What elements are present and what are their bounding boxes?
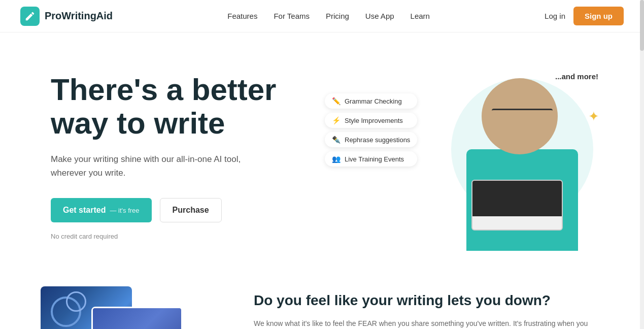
person-glasses — [492, 109, 553, 119]
person-laptop — [471, 180, 563, 231]
scrollbar-thumb[interactable] — [640, 0, 644, 51]
signup-button[interactable]: Sign up — [573, 7, 624, 25]
get-started-button[interactable]: Get started — it's free — [51, 198, 152, 222]
style-icon: ⚡ — [332, 116, 341, 124]
hero-subtitle: Make your writing shine with our all-in-… — [51, 152, 254, 180]
hero-buttons: Get started — it's free Purchase — [51, 198, 335, 222]
chip-grammar: ✏️ Grammar Checking — [325, 93, 417, 109]
logo-link[interactable]: ProWritingAid — [20, 7, 113, 26]
screenshot-area: My idea in my head — [41, 286, 213, 329]
rephrase-icon: ✒️ — [332, 136, 341, 144]
second-section-title: Do you feel like your writing lets you d… — [254, 291, 593, 310]
overlay-content — [93, 308, 181, 329]
and-more-text: ...and more! — [555, 72, 598, 81]
swirl-2 — [66, 291, 86, 312]
logo-text: ProWritingAid — [45, 10, 113, 22]
screenshot-overlay — [91, 307, 183, 329]
second-section: My idea in my head Do you feel like your… — [0, 276, 644, 329]
training-icon: 👥 — [332, 155, 341, 163]
nav-pricing[interactable]: Pricing — [326, 12, 349, 20]
chip-style: ⚡ Style Improvements — [325, 113, 417, 128]
second-section-body: We know what it's like to feel the FEAR … — [254, 318, 593, 329]
logo-icon — [20, 7, 40, 26]
chip-rephrase: ✒️ Rephrase suggestions — [325, 132, 417, 147]
nav-use-app[interactable]: Use App — [365, 12, 394, 20]
hero-section: There's a better way to write Make your … — [0, 32, 644, 276]
login-link[interactable]: Log in — [545, 12, 565, 20]
navbar: ProWritingAid Features For Teams Pricing… — [0, 0, 644, 32]
second-text: Do you feel like your writing lets you d… — [254, 286, 593, 329]
nav-learn[interactable]: Learn — [411, 12, 430, 20]
nav-features[interactable]: Features — [227, 12, 257, 20]
chip-training: 👥 Live Training Events — [325, 151, 417, 167]
star-decoration: ✦ — [588, 109, 599, 124]
hero-title: There's a better way to write — [51, 73, 335, 140]
nav-links: Features For Teams Pricing Use App Learn — [227, 12, 430, 21]
hero-image-area: ✏️ Grammar Checking ⚡ Style Improvements… — [345, 63, 624, 256]
laptop-screen — [472, 181, 562, 216]
scrollbar[interactable] — [640, 0, 644, 329]
no-credit-text: No credit card required — [51, 233, 335, 240]
nav-actions: Log in Sign up — [545, 7, 624, 25]
purchase-button[interactable]: Purchase — [160, 198, 222, 222]
grammar-icon: ✏️ — [332, 97, 341, 105]
logo-svg — [24, 11, 36, 22]
hero-person — [456, 68, 588, 251]
feature-chips: ✏️ Grammar Checking ⚡ Style Improvements… — [325, 93, 417, 167]
nav-for-teams[interactable]: For Teams — [274, 12, 310, 20]
hero-content: There's a better way to write Make your … — [51, 63, 335, 240]
